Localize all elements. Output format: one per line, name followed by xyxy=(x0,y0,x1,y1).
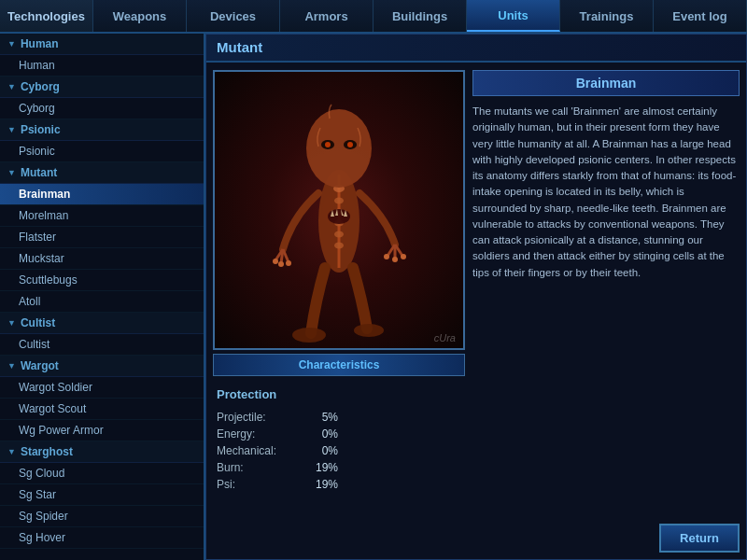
svg-point-22 xyxy=(278,261,284,267)
brainman-creature-image xyxy=(264,81,414,343)
protection-value-energy: 0% xyxy=(305,427,338,441)
return-button[interactable]: Return xyxy=(659,524,740,553)
svg-point-12 xyxy=(347,142,353,147)
protection-panel: Protection Projectile: 5% Energy: 0% Mec… xyxy=(213,384,465,497)
tab-armors[interactable]: Armors xyxy=(280,0,374,32)
svg-point-11 xyxy=(325,142,331,147)
protection-row-mechanical: Mechanical: 0% xyxy=(217,442,338,459)
sidebar-item-atoll[interactable]: Atoll xyxy=(0,291,204,313)
protection-value-burn: 19% xyxy=(305,461,338,474)
svg-point-21 xyxy=(273,259,278,264)
svg-point-3 xyxy=(334,198,344,204)
sidebar-group-human[interactable]: Human xyxy=(0,34,204,55)
protection-value-mechanical: 0% xyxy=(305,444,338,457)
protection-label-energy: Energy: xyxy=(217,427,255,441)
tab-event-log[interactable]: Event log xyxy=(654,0,747,32)
sidebar-item-muckstar[interactable]: Muckstar xyxy=(0,248,204,270)
protection-label-burn: Burn: xyxy=(217,461,244,474)
sidebar-item-morelman[interactable]: Morelman xyxy=(0,205,204,227)
unit-description-panel: Brainman The mutants we call 'Brainmen' … xyxy=(472,70,740,553)
sidebar-item-cyborg[interactable]: Cyborg xyxy=(0,98,204,119)
sidebar-item-wg-power-armor[interactable]: Wg Power Armor xyxy=(0,420,204,441)
sidebar-item-wargot-soldier[interactable]: Wargot Soldier xyxy=(0,377,204,399)
characteristics-bar: Characteristics xyxy=(213,354,465,376)
svg-point-29 xyxy=(401,254,406,259)
protection-label-projectile: Projectile: xyxy=(217,411,266,424)
tab-trainings[interactable]: Trainings xyxy=(560,0,654,32)
svg-point-31 xyxy=(354,324,384,337)
protection-value-psi: 19% xyxy=(305,478,338,491)
svg-point-6 xyxy=(334,231,344,238)
unit-description-text: The mutants we call 'Brainmen' are almos… xyxy=(472,104,740,281)
main-layout: Human Human Cyborg Cyborg Psionic Psioni… xyxy=(0,34,747,560)
section-title: Mutant xyxy=(205,34,747,63)
sidebar-item-wargot-scout[interactable]: Wargot Scout xyxy=(0,399,204,420)
sidebar-item-cultist[interactable]: Cultist xyxy=(0,334,204,356)
protection-row-energy: Energy: 0% xyxy=(217,426,338,442)
sidebar-item-sg-spider[interactable]: Sg Spider xyxy=(0,506,204,527)
tab-devices[interactable]: Devices xyxy=(187,0,280,32)
content-area: Mutant xyxy=(205,34,747,560)
sidebar-item-scuttlebugs[interactable]: Scuttlebugs xyxy=(0,270,204,291)
tab-buildings[interactable]: Buildings xyxy=(374,0,467,32)
tab-technologies[interactable]: Technologies xyxy=(0,0,93,32)
sidebar-item-human[interactable]: Human xyxy=(0,55,204,77)
unit-image-container: cUra xyxy=(213,70,465,350)
sidebar-item-sg-hover[interactable]: Sg Hover xyxy=(0,527,204,549)
protection-label-mechanical: Mechanical: xyxy=(217,444,276,457)
svg-point-7 xyxy=(334,243,344,249)
svg-point-28 xyxy=(392,257,398,262)
sidebar-group-cyborg[interactable]: Cyborg xyxy=(0,77,204,98)
sidebar-group-wargot[interactable]: Wargot xyxy=(0,356,204,377)
svg-point-30 xyxy=(292,328,326,343)
protection-label-psi: Psi: xyxy=(217,478,235,491)
sidebar-group-psionic[interactable]: Psionic xyxy=(0,119,204,141)
tab-units[interactable]: Units xyxy=(467,0,560,32)
top-navigation: Technologies Weapons Devices Armors Buil… xyxy=(0,0,747,34)
image-watermark: cUra xyxy=(434,332,456,343)
content-body: cUra Characteristics Protection Projecti… xyxy=(205,63,747,560)
protection-value-projectile: 5% xyxy=(305,411,338,424)
svg-point-23 xyxy=(286,260,291,266)
sidebar-group-mutant[interactable]: Mutant xyxy=(0,162,204,184)
unit-image-panel: cUra Characteristics Protection Projecti… xyxy=(213,70,465,553)
svg-point-27 xyxy=(384,254,389,259)
protection-row-burn: Burn: 19% xyxy=(217,459,338,476)
tab-weapons[interactable]: Weapons xyxy=(93,0,187,32)
sidebar-group-starghost[interactable]: Starghost xyxy=(0,441,204,463)
unit-sidebar: Human Human Cyborg Cyborg Psionic Psioni… xyxy=(0,34,205,560)
sidebar-item-sg-cloud[interactable]: Sg Cloud xyxy=(0,463,204,484)
unit-image-background xyxy=(215,72,463,348)
sidebar-item-sg-star[interactable]: Sg Star xyxy=(0,484,204,506)
sidebar-group-cultist[interactable]: Cultist xyxy=(0,313,204,334)
protection-row-psi: Psi: 19% xyxy=(217,476,338,493)
sidebar-item-brainman[interactable]: Brainman xyxy=(0,184,204,205)
svg-point-8 xyxy=(306,109,372,188)
sidebar-item-psionic[interactable]: Psionic xyxy=(0,141,204,162)
protection-row-projectile: Projectile: 5% xyxy=(217,409,338,426)
protection-title: Protection xyxy=(217,387,461,401)
unit-name-header: Brainman xyxy=(472,70,740,96)
sidebar-item-flatster[interactable]: Flatster xyxy=(0,227,204,248)
